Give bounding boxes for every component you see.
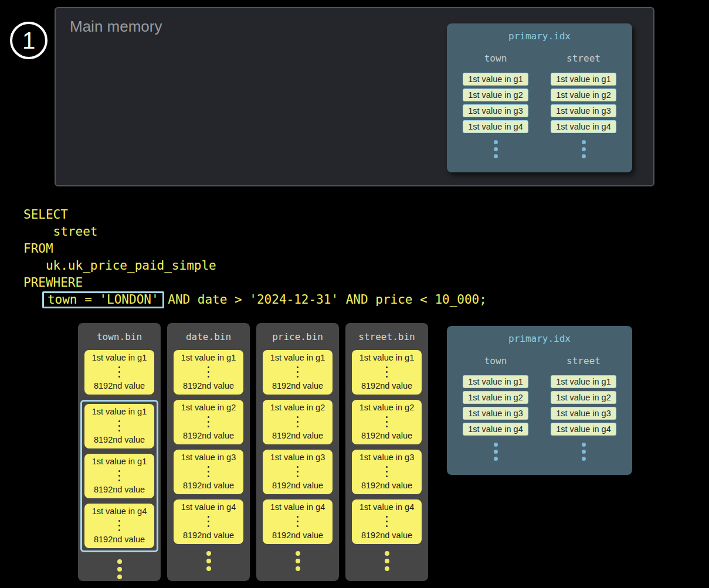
- dot: [582, 147, 586, 151]
- index-column-street: street1st value in g11st value in g21st …: [545, 42, 622, 159]
- column-header: town: [457, 355, 534, 366]
- granule-rows-ellipsis: [386, 464, 388, 478]
- granule-block: 1st value in g48192nd value: [263, 499, 333, 544]
- more-granules-ellipsis: [256, 549, 339, 572]
- dot: [208, 416, 209, 418]
- dot: [386, 421, 388, 423]
- dot: [297, 471, 298, 473]
- dot: [117, 575, 122, 579]
- dot: [208, 471, 209, 473]
- granule-block: 1st value in g38192nd value: [263, 450, 333, 494]
- dot: [118, 420, 120, 422]
- column-file-price-bin: price.bin1st value in g18192nd value1st …: [256, 323, 339, 581]
- dot: [494, 450, 498, 454]
- index-mark-entry: 1st value in g1: [463, 375, 528, 388]
- dot: [297, 466, 298, 468]
- dot: [118, 480, 120, 481]
- dot: [494, 443, 498, 447]
- granule-block: 1st value in g48192nd value: [174, 499, 243, 544]
- granule-rows-ellipsis: [386, 514, 388, 528]
- dot: [582, 140, 586, 144]
- index-mark-entry: 1st value in g1: [551, 375, 616, 388]
- index-mark-entry: 1st value in g3: [463, 407, 528, 420]
- dot: [208, 426, 209, 427]
- dot: [386, 466, 388, 468]
- dot: [386, 371, 388, 373]
- granule-last-value: 8192nd value: [272, 380, 323, 391]
- more-granules-ellipsis: [78, 558, 161, 580]
- prewhere-town-predicate-highlight: town = 'LONDON': [42, 291, 164, 308]
- granule-first-value: 1st value in g1: [359, 352, 415, 363]
- dot: [118, 525, 120, 526]
- dot: [582, 450, 586, 454]
- sql-query: SELECT street FROM uk.uk_price_paid_simp…: [23, 206, 487, 308]
- dot: [494, 154, 498, 158]
- more-granules-ellipsis: [345, 549, 428, 572]
- column-header: town: [457, 53, 534, 64]
- dot: [494, 457, 498, 461]
- primary-idx-title: primary.idx: [447, 30, 632, 42]
- selected-granules-highlight: 1st value in g18192nd value1st value in …: [80, 400, 158, 552]
- index-mark-entry: 1st value in g2: [463, 391, 528, 404]
- dot: [582, 457, 586, 461]
- granule-last-value: 8192nd value: [361, 530, 412, 541]
- dot: [582, 154, 586, 158]
- granule-rows-ellipsis: [118, 468, 120, 482]
- dot: [297, 371, 298, 373]
- dot: [385, 559, 389, 563]
- dot: [208, 525, 209, 527]
- dot: [386, 525, 388, 527]
- granule-block: 1st value in g28192nd value: [352, 400, 422, 444]
- granule-block: 1st value in g18192nd value: [263, 350, 333, 395]
- dot: [385, 551, 389, 556]
- granule-last-value: 8192nd value: [361, 480, 412, 491]
- granule-rows-ellipsis: [208, 464, 209, 478]
- more-index-entries-ellipsis: [545, 138, 622, 159]
- dot: [297, 421, 298, 423]
- step-number: 1: [22, 28, 35, 54]
- granule-first-value: 1st value in g2: [181, 402, 236, 413]
- index-column-town: town1st value in g11st value in g21st va…: [457, 42, 534, 159]
- primary-idx-columns: town1st value in g11st value in g21st va…: [447, 344, 632, 462]
- dot: [494, 140, 498, 144]
- granule-first-value: 1st value in g1: [92, 406, 147, 417]
- column-file-title: town.bin: [78, 331, 161, 342]
- granule-rows-ellipsis: [118, 365, 120, 379]
- dot: [208, 366, 209, 368]
- granule-first-value: 1st value in g1: [92, 352, 147, 363]
- granule-block: 1st value in g38192nd value: [174, 450, 243, 494]
- granule-last-value: 8192nd value: [94, 484, 145, 495]
- primary-idx-columns: town1st value in g11st value in g21st va…: [447, 42, 632, 159]
- index-mark-entry: 1st value in g1: [463, 73, 528, 86]
- column-file-street-bin: street.bin1st value in g18192nd value1st…: [345, 323, 428, 581]
- dot: [386, 516, 388, 518]
- granule-first-value: 1st value in g2: [359, 402, 415, 413]
- granule-rows-ellipsis: [208, 514, 209, 528]
- dot: [297, 416, 298, 418]
- column-header: street: [545, 355, 622, 366]
- primary-idx-title: primary.idx: [447, 333, 632, 344]
- index-mark-entry: 1st value in g2: [463, 89, 528, 101]
- dot: [118, 425, 120, 427]
- granule-rows-ellipsis: [297, 514, 298, 528]
- granule-last-value: 8192nd value: [361, 430, 412, 441]
- primary-idx-panel-disk: primary.idxtown1st value in g11st value …: [447, 326, 632, 475]
- dot: [386, 376, 388, 378]
- dot: [118, 475, 120, 477]
- granule-block: 1st value in g18192nd value: [352, 350, 422, 395]
- more-index-entries-ellipsis: [457, 441, 534, 462]
- more-index-entries-ellipsis: [457, 138, 534, 159]
- granule-rows-ellipsis: [386, 414, 388, 429]
- dot: [297, 521, 298, 522]
- granule-rows-ellipsis: [386, 365, 388, 379]
- dot: [386, 366, 388, 368]
- granule-first-value: 1st value in g3: [270, 452, 325, 463]
- dot: [206, 559, 211, 563]
- dot: [118, 529, 120, 531]
- granule-block: 1st value in g18192nd value: [174, 350, 243, 395]
- granule-last-value: 8192nd value: [361, 380, 412, 391]
- granule-rows-ellipsis: [297, 414, 298, 429]
- column-file-date-bin: date.bin1st value in g18192nd value1st v…: [167, 323, 250, 581]
- granule-last-value: 8192nd value: [183, 430, 234, 441]
- granule-last-value: 8192nd value: [94, 380, 145, 391]
